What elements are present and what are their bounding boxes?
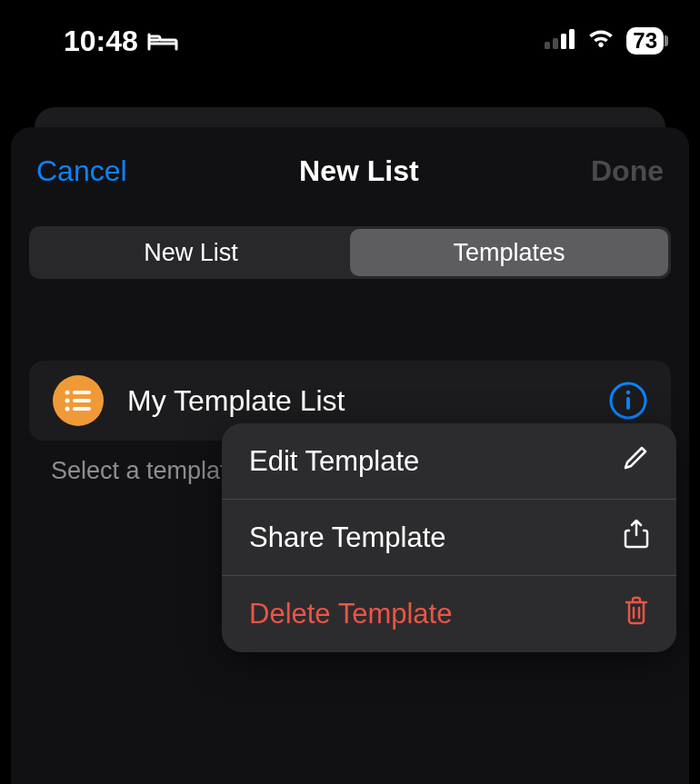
svg-point-4	[65, 391, 70, 395]
menu-share-label: Share Template	[249, 521, 446, 554]
svg-rect-7	[73, 399, 91, 402]
context-menu: Edit Template Share Template Delete Temp…	[222, 423, 676, 652]
svg-rect-2	[561, 34, 566, 49]
menu-edit-template[interactable]: Edit Template	[222, 423, 676, 500]
trash-icon	[624, 596, 649, 632]
segment-templates[interactable]: Templates	[350, 229, 668, 276]
segment-new-list[interactable]: New List	[32, 229, 350, 276]
svg-point-11	[626, 391, 631, 395]
svg-point-6	[65, 399, 70, 403]
svg-rect-0	[545, 42, 550, 49]
info-button[interactable]	[609, 382, 647, 420]
menu-delete-template[interactable]: Delete Template	[222, 576, 676, 652]
segmented-control[interactable]: New List Templates	[29, 226, 671, 279]
cellular-icon	[545, 29, 575, 53]
svg-rect-5	[73, 391, 91, 394]
status-bar: 10:48 73	[0, 0, 700, 82]
wifi-icon	[586, 28, 615, 54]
page-title: New List	[299, 154, 419, 188]
status-right: 73	[545, 27, 664, 55]
svg-point-8	[65, 407, 70, 412]
battery-level: 73	[633, 28, 657, 54]
cancel-button[interactable]: Cancel	[36, 154, 127, 188]
template-name-label: My Template List	[127, 384, 585, 418]
menu-edit-label: Edit Template	[249, 445, 419, 478]
svg-rect-9	[73, 407, 91, 411]
menu-delete-label: Delete Template	[249, 598, 452, 630]
menu-share-template[interactable]: Share Template	[222, 500, 676, 576]
list-icon	[53, 375, 104, 426]
share-icon	[624, 519, 649, 557]
svg-rect-12	[626, 397, 630, 410]
navigation-bar: Cancel New List Done	[29, 154, 671, 188]
sleep-icon	[147, 31, 178, 51]
svg-rect-1	[553, 38, 558, 49]
svg-rect-3	[569, 29, 575, 49]
status-left: 10:48	[64, 25, 178, 58]
status-time: 10:48	[64, 25, 138, 58]
battery-indicator: 73	[626, 27, 664, 55]
pencil-icon	[622, 444, 649, 479]
done-button: Done	[591, 154, 664, 188]
